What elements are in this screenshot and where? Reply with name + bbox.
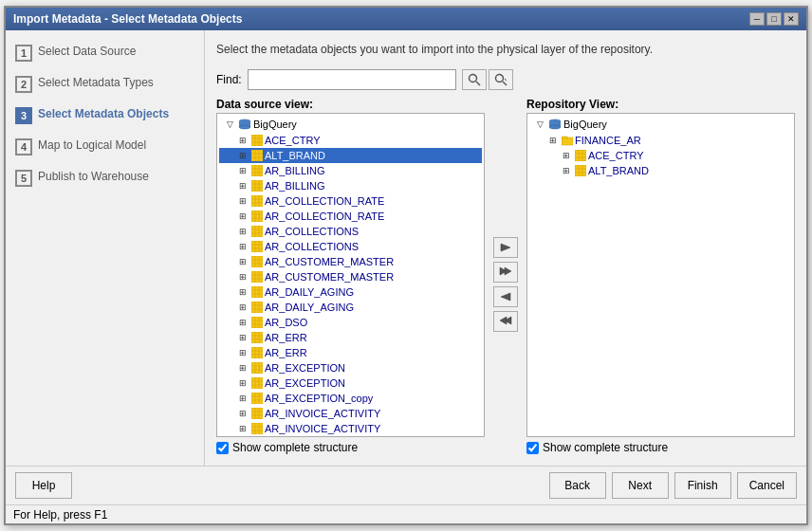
sidebar-item-2[interactable]: 2 Select Metadata Types	[13, 73, 196, 95]
step-num-4: 4	[15, 138, 32, 156]
repo-finance-ar-label: FINANCE_AR	[575, 135, 641, 146]
item-expand-icon[interactable]: ⊞	[236, 301, 249, 314]
svg-line-4	[505, 79, 507, 81]
back-button[interactable]: Back	[549, 472, 606, 499]
tree-item-ar-exception-2[interactable]: ⊞ AR_EXCEPTION	[219, 375, 482, 391]
item-expand-icon[interactable]: ⊞	[236, 179, 249, 192]
tree-item-ar-daily-aging-1[interactable]: ⊞ AR_DAILY_AGING	[219, 284, 482, 300]
root-expand-icon[interactable]: ▽	[223, 118, 236, 131]
item-expand-icon[interactable]: ⊞	[236, 316, 249, 329]
sidebar-item-4[interactable]: 4 Map to Logical Model	[13, 136, 196, 157]
tree-item-ar-coll-rate-2[interactable]: ⊞ AR_COLLECTION_RATE	[219, 209, 482, 224]
finish-button[interactable]: Finish	[674, 472, 731, 499]
instructions-text: Select the metadata objects you want to …	[216, 42, 795, 58]
item-expand-icon[interactable]: ⊞	[236, 210, 249, 223]
item-expand-icon[interactable]: ⊞	[236, 164, 249, 177]
table-icon	[575, 165, 586, 176]
datasource-root-item[interactable]: ▽ BigQuery	[219, 116, 482, 133]
repo-alt-brand[interactable]: ⊞ ALT_BRAND	[529, 163, 792, 178]
search-icon	[468, 73, 481, 86]
item-expand-icon[interactable]: ⊞	[560, 149, 573, 162]
item-label-ar-daily-aging-1: AR_DAILY_AGING	[265, 286, 354, 298]
table-icon	[251, 150, 263, 161]
maximize-button[interactable]: □	[766, 12, 782, 26]
item-label-ar-collections-2: AR_COLLECTIONS	[265, 241, 359, 252]
item-expand-icon[interactable]: ⊞	[560, 164, 573, 177]
item-expand-icon[interactable]: ⊞	[236, 149, 249, 162]
tree-item-ar-cust-master-2[interactable]: ⊞ AR_CUSTOMER_MASTER	[219, 269, 482, 284]
item-expand-icon[interactable]: ⊞	[236, 331, 249, 344]
close-button[interactable]: ✕	[784, 12, 799, 26]
repo-ace-ctry[interactable]: ⊞ ACE_CTRY	[529, 148, 792, 163]
remove-all-button[interactable]	[493, 311, 518, 332]
tree-item-ar-cust-master-1[interactable]: ⊞ AR_CUSTOMER_MASTER	[219, 254, 482, 269]
transfer-buttons	[489, 98, 523, 454]
repository-panel: Repository View: ▽ BigQuery	[526, 98, 795, 454]
tree-item-ar-dso[interactable]: ⊞ AR_DSO	[219, 315, 482, 330]
item-expand-icon[interactable]: ⊞	[236, 134, 249, 147]
repository-tree[interactable]: ▽ BigQuery ⊞	[526, 113, 795, 437]
tree-item-ar-collections-1[interactable]: ⊞ AR_COLLECTIONS	[219, 224, 482, 239]
svg-rect-78	[251, 347, 263, 358]
tree-item-alt-brand[interactable]: ⊞ ALT_BRAND	[219, 148, 482, 163]
item-expand-icon[interactable]: ⊞	[236, 285, 249, 299]
table-icon	[251, 408, 263, 419]
show-complete-structure-right-checkbox[interactable]	[526, 442, 539, 454]
svg-rect-43	[251, 241, 263, 252]
root-expand-icon[interactable]: ▽	[533, 118, 546, 131]
sidebar-item-1[interactable]: 1 Select Data Source	[13, 42, 196, 64]
item-expand-icon[interactable]: ⊞	[236, 407, 249, 420]
item-expand-icon[interactable]: ⊞	[236, 392, 249, 405]
item-expand-icon[interactable]: ⊞	[236, 346, 249, 359]
tree-item-ar-exception-copy[interactable]: ⊞ AR_EXCEPTION_copy	[219, 391, 482, 406]
item-expand-icon[interactable]: ⊞	[236, 194, 249, 208]
minimize-button[interactable]: ─	[749, 12, 765, 26]
find-button[interactable]	[462, 69, 487, 90]
datasource-tree[interactable]: ▽ BigQuery ⊞	[216, 113, 485, 437]
tree-item-ace-ctry[interactable]: ⊞ ACE_CTRY	[219, 133, 482, 148]
show-complete-structure-right-label: Show complete structure	[543, 441, 668, 454]
sidebar-item-5[interactable]: 5 Publish to Warehouse	[13, 167, 196, 189]
item-label-ar-collections-1: AR_COLLECTIONS	[265, 226, 359, 237]
cancel-button[interactable]: Cancel	[737, 472, 797, 499]
tree-item-ar-inv-activity-2[interactable]: ⊞ AR_INVOICE_ACTIVITY	[219, 421, 482, 436]
tree-item-ar-lading[interactable]: ⊞ AR_LADING	[219, 436, 482, 437]
item-expand-icon[interactable]: ⊞	[236, 240, 249, 253]
tree-item-ar-inv-activity-1[interactable]: ⊞ AR_INVOICE_ACTIVITY	[219, 406, 482, 421]
tree-item-ar-coll-rate-1[interactable]: ⊞ AR_COLLECTION_RATE	[219, 193, 482, 209]
step-label-5: Publish to Warehouse	[38, 169, 149, 185]
tree-item-ar-daily-aging-2[interactable]: ⊞ AR_DAILY_AGING	[219, 300, 482, 315]
repo-finance-ar[interactable]: ⊞ FINANCE_AR	[529, 133, 792, 148]
item-expand-icon[interactable]: ⊞	[546, 134, 560, 147]
item-label-ar-err-2: AR_ERR	[265, 347, 307, 358]
dialog-body: 1 Select Data Source 2 Select Metadata T…	[6, 30, 806, 466]
tree-item-ar-billing-1[interactable]: ⊞ AR_BILLING	[219, 163, 482, 178]
item-expand-icon[interactable]: ⊞	[236, 376, 249, 390]
tree-item-ar-exception-1[interactable]: ⊞ AR_EXCEPTION	[219, 360, 482, 375]
show-complete-structure-left-checkbox[interactable]	[216, 442, 229, 454]
item-expand-icon[interactable]: ⊞	[236, 270, 249, 284]
find-input[interactable]	[248, 69, 456, 90]
add-all-button[interactable]	[493, 262, 518, 283]
title-bar: Import Metadata - Select Metadata Object…	[6, 8, 806, 30]
database-icon	[238, 119, 251, 130]
help-button[interactable]: Help	[15, 472, 72, 499]
item-expand-icon[interactable]: ⊞	[236, 255, 249, 268]
next-button[interactable]: Next	[612, 472, 669, 499]
remove-one-button[interactable]	[493, 286, 518, 307]
svg-rect-93	[251, 393, 263, 404]
tree-item-ar-err-2[interactable]: ⊞ AR_ERR	[219, 345, 482, 360]
add-one-button[interactable]	[493, 237, 518, 258]
tree-item-ar-err-1[interactable]: ⊞ AR_ERR	[219, 330, 482, 345]
sidebar-item-3[interactable]: 3 Select Metadata Objects	[13, 104, 196, 126]
table-icon	[251, 180, 263, 192]
item-expand-icon[interactable]: ⊞	[236, 361, 249, 375]
find-next-button[interactable]	[489, 69, 513, 90]
item-expand-icon[interactable]: ⊞	[236, 225, 249, 238]
tree-item-ar-collections-2[interactable]: ⊞ AR_COLLECTIONS	[219, 239, 482, 254]
svg-rect-58	[251, 286, 263, 298]
repository-root-item[interactable]: ▽ BigQuery	[529, 116, 792, 133]
tree-item-ar-billing-2[interactable]: ⊞ AR_BILLING	[219, 178, 482, 193]
show-complete-structure-left-label: Show complete structure	[232, 441, 358, 454]
item-expand-icon[interactable]: ⊞	[236, 422, 249, 435]
